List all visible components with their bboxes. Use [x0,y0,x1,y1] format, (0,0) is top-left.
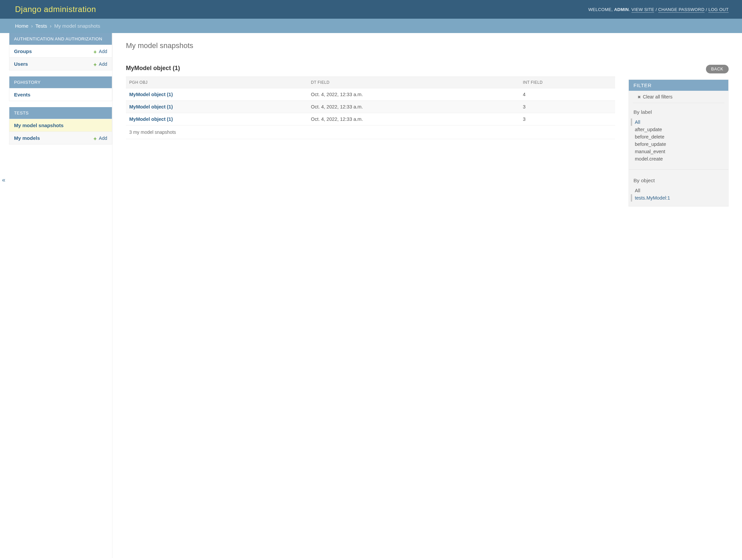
filter-option[interactable]: manual_event [633,148,724,155]
sidebar-item-label[interactable]: Events [14,92,31,98]
row-dt: Oct. 4, 2022, 12:33 a.m. [308,101,520,113]
row-int: 4 [520,89,615,101]
sep: / [655,7,658,12]
add-mymodels-link[interactable]: Add [94,135,107,141]
filter-option[interactable]: tests.MyModel:1 [631,194,724,202]
filter-option[interactable]: All [633,187,724,194]
welcome-prefix: WELCOME, [588,7,614,12]
log-out-link[interactable]: LOG OUT [708,7,729,13]
sidebar-item-mymodels: My models Add [9,131,112,144]
plus-icon [94,49,98,53]
sidebar: AUTHENTICATION AND AUTHORIZATION Groups … [9,33,112,558]
breadcrumb-sep: › [30,23,34,29]
col-dt-field[interactable]: DT FIELD [308,77,520,89]
sidebar-item-groups: Groups Add [9,45,112,57]
row-dt: Oct. 4, 2022, 12:33 a.m. [308,89,520,101]
sidebar-module-pghistory: PGHISTORY Events [9,76,112,101]
view-site-link[interactable]: VIEW SITE [631,7,654,13]
add-groups-link[interactable]: Add [94,49,107,54]
result-count: 3 my model snapshots [126,125,615,139]
page-title: My model snapshots [126,41,729,50]
filter-title: FILTER [629,80,728,91]
user-name: ADMIN [614,7,629,12]
table-row: MyModel object (1) Oct. 4, 2022, 12:33 a… [126,101,615,113]
sidebar-item-label[interactable]: My model snapshots [14,122,63,128]
table-row: MyModel object (1) Oct. 4, 2022, 12:33 a… [126,89,615,101]
row-dt: Oct. 4, 2022, 12:33 a.m. [308,113,520,125]
right-column: BACK FILTER Clear all filters By label A… [629,65,729,207]
breadcrumb-current: My model snapshots [54,23,100,29]
sidebar-item-events: Events [9,88,112,101]
filter-option[interactable]: All [631,118,724,126]
close-icon [637,94,641,100]
brand-title[interactable]: Django administration [15,5,96,14]
filter-option[interactable]: model.create [633,155,724,163]
filter-option[interactable]: before_update [633,141,724,148]
sidebar-caption-pghistory[interactable]: PGHISTORY [9,76,112,88]
content-column: MyModel object (1) PGH OBJ DT FIELD INT … [126,65,615,207]
breadcrumb-app[interactable]: Tests [36,23,47,29]
dot: . [629,7,631,12]
collapse-sidebar-icon[interactable]: « [2,176,5,183]
breadcrumb: Home › Tests › My model snapshots [0,19,742,33]
results-table: PGH OBJ DT FIELD INT FIELD MyModel objec… [126,76,615,125]
add-label: Add [99,135,107,141]
filter-option[interactable]: after_update [633,126,724,133]
user-tools: WELCOME, ADMIN. VIEW SITE / CHANGE PASSW… [588,7,729,12]
object-title: MyModel object (1) [126,65,615,72]
sidebar-item-label[interactable]: My models [14,135,40,141]
sidebar-module-tests: TESTS My model snapshots My models Add [9,107,112,145]
clear-filters-link[interactable]: Clear all filters [633,91,724,103]
plus-icon [94,136,98,140]
plus-icon [94,62,98,66]
sidebar-item-snapshots: My model snapshots [9,119,112,131]
header: Django administration WELCOME, ADMIN. VI… [0,0,742,19]
change-password-link[interactable]: CHANGE PASSWORD [658,7,705,13]
main-content: My model snapshots MyModel object (1) PG… [112,33,742,558]
row-object-link[interactable]: MyModel object (1) [129,104,173,109]
filter-heading-label: By label [633,109,724,115]
add-label: Add [99,49,107,54]
sidebar-caption-auth[interactable]: AUTHENTICATION AND AUTHORIZATION [9,33,112,45]
filter-by-label: By label All after_update before_delete … [629,103,728,167]
breadcrumb-sep: › [48,23,53,29]
sidebar-item-label[interactable]: Groups [14,48,32,54]
filter-option[interactable]: before_delete [633,133,724,141]
add-label: Add [99,61,107,67]
table-row: MyModel object (1) Oct. 4, 2022, 12:33 a… [126,113,615,125]
add-users-link[interactable]: Add [94,61,107,67]
clear-filters-label: Clear all filters [643,94,673,100]
row-object-link[interactable]: MyModel object (1) [129,92,173,97]
filter-divider [629,169,728,170]
sidebar-item-label[interactable]: Users [14,61,28,67]
back-button[interactable]: BACK [706,65,729,73]
filter-heading-object: By object [633,177,724,183]
row-object-link[interactable]: MyModel object (1) [129,116,173,122]
sidebar-module-auth: AUTHENTICATION AND AUTHORIZATION Groups … [9,33,112,70]
col-int-field[interactable]: INT FIELD [520,77,615,89]
sidebar-caption-tests[interactable]: TESTS [9,107,112,119]
filter-box: FILTER Clear all filters By label All af… [629,79,729,207]
filter-by-object: By object All tests.MyModel:1 [629,172,728,206]
sidebar-item-users: Users Add [9,57,112,70]
row-int: 3 [520,101,615,113]
breadcrumb-home[interactable]: Home [15,23,29,29]
row-int: 3 [520,113,615,125]
col-pgh-obj[interactable]: PGH OBJ [126,77,308,89]
